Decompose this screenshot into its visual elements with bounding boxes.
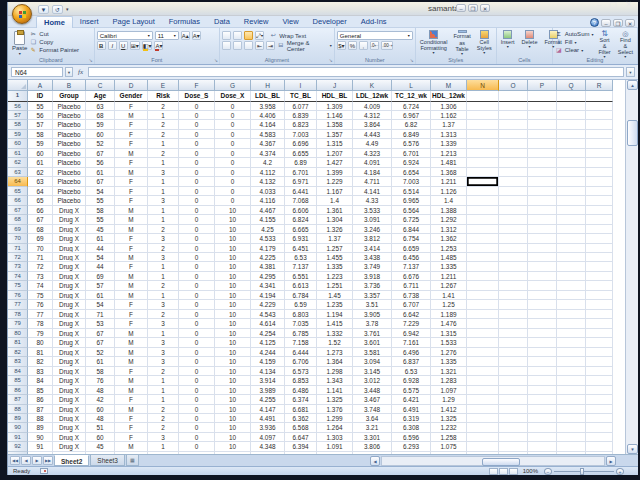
cell-C69[interactable]: 45 — [86, 225, 115, 234]
cell-G74[interactable]: 10 — [215, 272, 251, 281]
cell-G71[interactable]: 10 — [215, 244, 251, 253]
align-bottom-button[interactable] — [244, 31, 253, 40]
cell-R58[interactable] — [586, 120, 613, 129]
ribbon-tab-view[interactable]: View — [275, 16, 305, 28]
cell-I68[interactable]: 6.824 — [285, 215, 317, 224]
cell-A75[interactable]: 74 — [28, 281, 53, 290]
cell-N69[interactable] — [467, 225, 499, 234]
row-header-60[interactable]: 60 — [8, 139, 28, 148]
row-header-58[interactable]: 58 — [8, 120, 28, 129]
cell-E91[interactable]: 3 — [148, 433, 179, 442]
cell-G86[interactable]: 10 — [215, 386, 251, 395]
cell-G82[interactable]: 10 — [215, 348, 251, 357]
cell-Q81[interactable] — [557, 338, 586, 347]
cell-B80[interactable]: Drug X — [53, 329, 86, 338]
cell-H1[interactable]: LDL_BL — [251, 91, 285, 102]
cell-O82[interactable] — [499, 348, 528, 357]
cell-J85[interactable]: 1.343 — [317, 376, 353, 385]
cell-N90[interactable] — [467, 423, 499, 432]
cell-F56[interactable]: 0 — [179, 102, 215, 111]
cell-D59[interactable]: F — [115, 130, 148, 139]
cell-E90[interactable]: 2 — [148, 423, 179, 432]
cell-B62[interactable]: Placebo — [53, 158, 86, 167]
cell-B79[interactable]: Drug X — [53, 319, 86, 328]
cell-O66[interactable] — [499, 196, 528, 205]
cell-O88[interactable] — [499, 405, 528, 414]
cell-E71[interactable]: 2 — [148, 244, 179, 253]
cell-D86[interactable]: M — [115, 386, 148, 395]
row-header-63[interactable]: 63 — [8, 168, 28, 177]
cell-R59[interactable] — [586, 130, 613, 139]
cell-M81[interactable]: 1.533 — [431, 338, 467, 347]
cell-L83[interactable]: 6.837 — [392, 357, 431, 366]
cell-Q59[interactable] — [557, 130, 586, 139]
cell-Q82[interactable] — [557, 348, 586, 357]
cell-B82[interactable]: Drug X — [53, 348, 86, 357]
cell-B85[interactable]: Drug X — [53, 376, 86, 385]
cell-M85[interactable]: 1.283 — [431, 376, 467, 385]
cell-P75[interactable] — [528, 281, 557, 290]
cell-L70[interactable]: 6.754 — [392, 234, 431, 243]
cell-K87[interactable]: 3.467 — [353, 395, 392, 404]
delete-cells-button[interactable]: Delete▾ — [520, 30, 540, 56]
row-header-88[interactable]: 88 — [8, 405, 28, 414]
minimize-icon[interactable]: – — [456, 4, 466, 12]
first-sheet-icon[interactable]: ◀◀ — [10, 456, 20, 465]
cell-B90[interactable]: Drug X — [53, 423, 86, 432]
cell-R76[interactable] — [586, 291, 613, 300]
sheet-tab-sheet3[interactable]: Sheet3 — [90, 455, 125, 466]
cell-E85[interactable]: 1 — [148, 376, 179, 385]
cell-A66[interactable]: 65 — [28, 196, 53, 205]
cell-M67[interactable]: 1.388 — [431, 206, 467, 215]
cell-M92[interactable]: 1.075 — [431, 442, 467, 451]
cell-R60[interactable] — [586, 139, 613, 148]
cell-Q86[interactable] — [557, 386, 586, 395]
cell-O58[interactable] — [499, 120, 528, 129]
cell-J61[interactable]: 1.207 — [317, 149, 353, 158]
cell-K81[interactable]: 3.601 — [353, 338, 392, 347]
row-header-87[interactable]: 87 — [8, 395, 28, 404]
cell-C91[interactable]: 60 — [86, 433, 115, 442]
cell-G56[interactable]: 0 — [215, 102, 251, 111]
row-header-56[interactable]: 56 — [8, 102, 28, 111]
cell-I88[interactable]: 6.681 — [285, 405, 317, 414]
cell-K82[interactable]: 3.581 — [353, 348, 392, 357]
cell-A72[interactable]: 71 — [28, 253, 53, 262]
cell-K91[interactable]: 3.301 — [353, 433, 392, 442]
cell-N79[interactable] — [467, 319, 499, 328]
cell-R85[interactable] — [586, 376, 613, 385]
cell-D61[interactable]: M — [115, 149, 148, 158]
cell-A88[interactable]: 87 — [28, 405, 53, 414]
cell-M76[interactable]: 1.41 — [431, 291, 467, 300]
cell-E83[interactable]: 3 — [148, 357, 179, 366]
cell-I81[interactable]: 7.158 — [285, 338, 317, 347]
cell-I65[interactable]: 6.441 — [285, 187, 317, 196]
cell-N63[interactable] — [467, 168, 499, 177]
cell-E62[interactable]: 1 — [148, 158, 179, 167]
cell-O61[interactable] — [499, 149, 528, 158]
cell-P86[interactable] — [528, 386, 557, 395]
cell-G69[interactable]: 10 — [215, 225, 251, 234]
cell-E67[interactable]: 1 — [148, 206, 179, 215]
cell-N73[interactable] — [467, 262, 499, 271]
cell-K85[interactable]: 3.012 — [353, 376, 392, 385]
cell-C86[interactable]: 48 — [86, 386, 115, 395]
cell-O81[interactable] — [499, 338, 528, 347]
cell-E61[interactable]: 2 — [148, 149, 179, 158]
cell-I56[interactable]: 6.077 — [285, 102, 317, 111]
cell-H74[interactable]: 4.295 — [251, 272, 285, 281]
cell-P60[interactable] — [528, 139, 557, 148]
cell-K80[interactable]: 3.761 — [353, 329, 392, 338]
cell-L63[interactable]: 6.654 — [392, 168, 431, 177]
cell-J72[interactable]: 1.455 — [317, 253, 353, 262]
cell-M83[interactable]: 1.335 — [431, 357, 467, 366]
cell-G80[interactable]: 10 — [215, 329, 251, 338]
row-header-90[interactable]: 90 — [8, 423, 28, 432]
cell-L87[interactable]: 6.421 — [392, 395, 431, 404]
cell-K74[interactable]: 3.918 — [353, 272, 392, 281]
workbook-minimize-icon[interactable]: – — [601, 19, 611, 27]
row-header-75[interactable]: 75 — [8, 281, 28, 290]
cell-P66[interactable] — [528, 196, 557, 205]
cell-K61[interactable]: 4.323 — [353, 149, 392, 158]
cell-C65[interactable]: 54 — [86, 187, 115, 196]
